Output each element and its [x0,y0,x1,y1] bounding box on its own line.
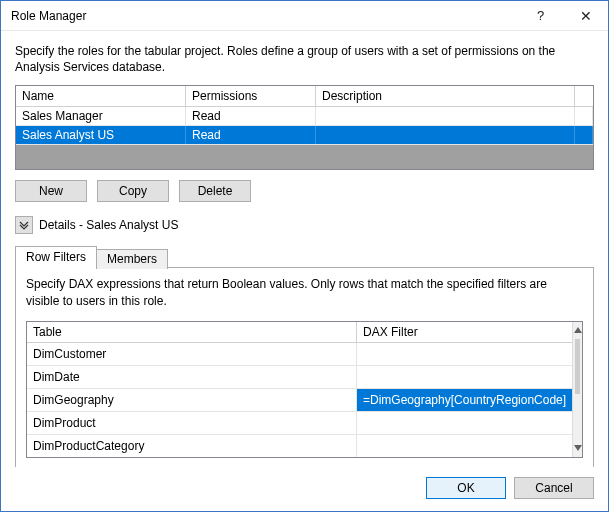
filter-dax-cell[interactable] [357,412,572,434]
tab-row-filters[interactable]: Row Filters [15,246,97,268]
filters-scrollbar[interactable] [572,322,582,457]
filter-table-cell: DimCustomer [27,343,357,365]
tabs: Row Filters Members [15,246,594,268]
filters-table: Table DAX Filter DimCustomer DimDate Dim… [26,321,583,458]
titlebar: Role Manager ? ✕ [1,1,608,31]
cancel-button[interactable]: Cancel [514,477,594,499]
scroll-thumb[interactable] [575,339,580,395]
role-description-cell [316,126,575,144]
filters-header-table[interactable]: Table [27,322,357,343]
window-title: Role Manager [11,9,518,23]
svg-marker-1 [574,445,582,451]
filter-dax-cell[interactable] [357,366,572,388]
filter-table-cell: DimDate [27,366,357,388]
svg-marker-0 [574,327,582,333]
help-button[interactable]: ? [518,1,563,31]
table-row[interactable]: DimProduct [27,412,572,435]
dialog-footer: OK Cancel [1,467,608,511]
filters-header-row: Table DAX Filter [27,322,572,343]
tab-members[interactable]: Members [96,249,168,269]
filter-dax-cell[interactable]: =DimGeography[CountryRegionCode] = "US" [357,389,572,411]
roles-table: Name Permissions Description Sales Manag… [15,85,594,170]
roles-header-row: Name Permissions Description [16,86,593,107]
role-description-cell [316,107,575,125]
dialog-content: Specify the roles for the tabular projec… [1,31,608,467]
scroll-up-icon[interactable] [573,322,582,339]
collapse-icon[interactable] [15,216,33,234]
details-label: Details - Sales Analyst US [39,218,178,232]
table-row[interactable]: DimProductCategory [27,435,572,457]
scroll-track[interactable] [573,339,582,440]
filters-header-dax[interactable]: DAX Filter [357,322,572,343]
scroll-down-icon[interactable] [573,440,582,457]
table-row[interactable]: Sales Manager Read [16,107,593,126]
delete-button[interactable]: Delete [179,180,251,202]
role-manager-dialog: Role Manager ? ✕ Specify the roles for t… [0,0,609,512]
role-button-row: New Copy Delete [15,180,594,202]
table-row[interactable]: DimGeography =DimGeography[CountryRegion… [27,389,572,412]
roles-body: Sales Manager Read Sales Analyst US Read [16,107,593,169]
filter-dax-cell[interactable] [357,435,572,457]
filter-table-cell: DimProductCategory [27,435,357,457]
tabpanel-row-filters: Specify DAX expressions that return Bool… [15,267,594,467]
new-button[interactable]: New [15,180,87,202]
roles-header-end [575,86,593,107]
filter-table-cell: DimGeography [27,389,357,411]
filter-dax-cell[interactable] [357,343,572,365]
role-permissions-cell: Read [186,126,316,144]
roles-header-permissions[interactable]: Permissions [186,86,316,107]
table-row[interactable]: Sales Analyst US Read [16,126,593,145]
table-row[interactable]: DimDate [27,366,572,389]
roles-header-name[interactable]: Name [16,86,186,107]
roles-header-description[interactable]: Description [316,86,575,107]
role-permissions-cell: Read [186,107,316,125]
close-button[interactable]: ✕ [563,1,608,31]
role-name-cell: Sales Analyst US [16,126,186,144]
filter-description: Specify DAX expressions that return Bool… [26,276,583,308]
dialog-description: Specify the roles for the tabular projec… [15,43,594,75]
ok-button[interactable]: OK [426,477,506,499]
role-name-cell: Sales Manager [16,107,186,125]
table-row[interactable]: DimCustomer [27,343,572,366]
details-toggle-row: Details - Sales Analyst US [15,216,594,234]
copy-button[interactable]: Copy [97,180,169,202]
filter-table-cell: DimProduct [27,412,357,434]
